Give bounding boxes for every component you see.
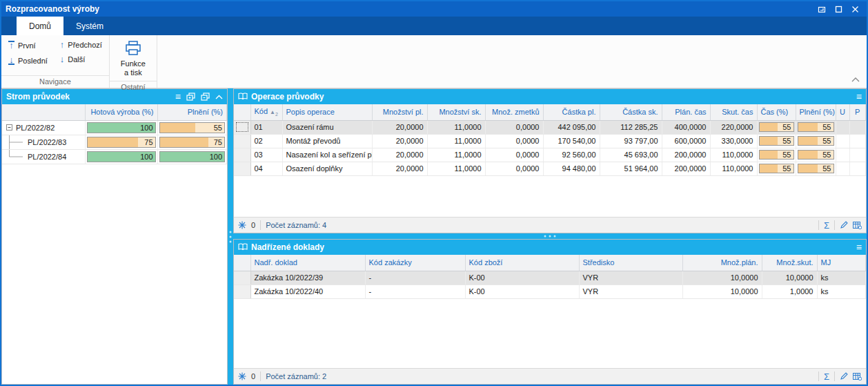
col-p[interactable]: P [849,104,866,120]
tree-connector-end [6,150,24,164]
row-selector[interactable] [234,148,250,162]
tree-node-label[interactable]: PL/2022/82 [12,124,55,132]
col-fulfil[interactable]: Plnění (%) [157,104,226,120]
marked-records-count: 0 [251,221,255,229]
tree-row[interactable]: PL/2022/83 75 75 [2,135,227,149]
edit-icon[interactable] [840,372,848,380]
first-button[interactable]: ↑ První [8,41,48,50]
progress-bar-done: 75 [87,137,155,148]
operations-row[interactable]: 03 Nasazení kol a seřízení př... 20,0000… [234,148,866,162]
collapse-node-icon[interactable] [6,124,12,131]
grid-settings-icon[interactable] [853,372,862,380]
last-icon: ↓ [8,56,14,65]
vertical-splitter[interactable] [228,88,233,385]
functions-print-button[interactable]: Funkce a tisk [117,39,150,79]
col-time-plan[interactable]: Plán. čas [662,104,710,120]
time-progress-bar: 55 [759,150,794,160]
col-center[interactable]: Středisko [579,255,682,271]
tab-home[interactable]: Domů [17,17,63,35]
documents-row[interactable]: Zakázka 10/2022/39 - K-00 VYR 10,0000 10… [234,271,866,284]
documents-panel: Nadřízené doklady ≡ Nadř. doklad [233,239,867,385]
collapse-ribbon-icon[interactable] [851,75,860,84]
last-label: Poslední [18,57,48,65]
progress-bar-fulfil: 55 [159,122,225,133]
previous-icon: ↑ [60,41,65,49]
row-selector[interactable] [234,134,250,148]
operations-row[interactable]: 01 Osazení rámu 20,0000 11,0000 0,0000 4… [234,120,866,134]
operations-row[interactable]: 04 Osazení doplňky 20,0000 11,0000 0,000… [234,162,866,175]
col-done[interactable]: Hotová výroba (%) [86,104,157,120]
row-selector[interactable] [234,120,250,134]
marked-records-icon[interactable] [238,372,246,380]
functions-print-label-line2: a tisk [124,68,142,77]
progress-bar-done: 100 [87,122,155,133]
col-time-pct[interactable]: Čas (%) [757,104,796,120]
tab-system[interactable]: Systém [63,17,116,35]
record-count-label: Počet záznamů: 2 [266,372,326,380]
col-goods-code[interactable]: Kód zboží [465,255,579,271]
time-progress-bar: 55 [759,122,794,132]
menu-icon[interactable]: ≡ [175,92,181,102]
fulfil-progress-bar: 55 [798,136,834,146]
col-qty-plan[interactable]: Množ.plán. [682,255,762,271]
previous-button[interactable]: ↑ Předchozí [60,41,102,49]
next-icon: ↓ [60,55,65,64]
last-button[interactable]: ↓ Poslední [8,56,48,65]
col-qty-scrap[interactable]: Množ. zmetků [485,104,543,120]
documents-row[interactable]: Zakázka 10/2022/40 - K-00 VYR 10,0000 1,… [234,284,866,298]
documents-status-bar: 0 Počet záznamů: 2 Σ [234,368,866,384]
group-label-navigation: Navigace [1,75,109,88]
row-selector[interactable] [234,162,250,175]
documents-header-row: Nadř. doklad Kód zakázky Kód zboží Střed… [234,255,866,271]
tree-column-spacer [2,104,86,120]
tree-node-label[interactable]: PL/2022/83 [24,138,66,146]
col-amount-act[interactable]: Částka sk. [600,104,662,120]
row-selector-header [234,104,250,120]
edit-icon[interactable] [840,221,848,229]
sum-icon[interactable]: Σ [824,371,829,382]
menu-icon[interactable]: ≡ [856,92,862,102]
grid-settings-icon[interactable] [853,221,862,229]
collapse-panel-icon[interactable] [215,95,223,99]
expand-tree-icon[interactable] [186,93,195,101]
col-amount-plan[interactable]: Částka pl. [543,104,600,120]
menu-icon[interactable]: ≡ [856,242,862,252]
col-u[interactable]: U [836,104,849,120]
col-qty-plan[interactable]: Množství pl. [372,104,427,120]
col-desc[interactable]: Popis operace [282,104,372,120]
sum-icon[interactable]: Σ [824,220,829,231]
maximize-icon[interactable] [834,4,843,14]
tree-row[interactable]: PL/2022/82 100 55 [2,120,227,135]
marked-records-icon[interactable] [238,221,246,229]
title-bar: Rozpracovanost výroby [1,1,867,17]
next-label: Další [68,55,85,64]
col-qty-act[interactable]: Množství sk. [427,104,485,120]
tree-node-label[interactable]: PL/2022/84 [24,153,66,161]
first-icon: ↑ [8,41,14,50]
float-window-icon[interactable] [817,4,827,14]
close-icon[interactable] [850,4,860,14]
next-button[interactable]: ↓ Další [60,55,102,64]
tree-table: Hotová výroba (%) Plnění (%) PL/2022/82 [2,104,227,164]
col-time-act[interactable]: Skut. čas [710,104,757,120]
tree-row[interactable]: PL/2022/84 100 100 [2,149,227,164]
collapse-tree-icon[interactable] [201,93,210,101]
previous-label: Předchozí [68,41,102,49]
ribbon-tab-strip: Domů Systém [1,17,867,35]
col-code[interactable]: Kód▲2 [250,104,282,120]
row-selector[interactable] [234,271,250,284]
tree-header-row: Hotová výroba (%) Plnění (%) [2,104,227,120]
col-qty-act[interactable]: Množ.skut. [762,255,817,271]
time-progress-bar: 55 [759,164,794,173]
col-unit[interactable]: MJ [817,255,866,271]
operations-header-row: Kód▲2 Popis operace Množství pl. Množstv… [234,104,866,120]
fulfil-progress-bar: 55 [798,122,834,132]
ribbon: ↑ První ↓ Poslední ↑ Předchozí ↓ [1,35,867,88]
col-fulfil-pct[interactable]: Plnění (%) [796,104,836,120]
operations-panel-header: Operace průvodky ≡ [234,89,866,104]
horizontal-splitter[interactable] [233,233,867,239]
operations-row[interactable]: 02 Montáž převodů 20,0000 11,0000 0,0000… [234,134,866,148]
col-order-code[interactable]: Kód zakázky [365,255,465,271]
row-selector[interactable] [234,284,250,298]
col-doc[interactable]: Nadř. doklad [250,255,365,271]
